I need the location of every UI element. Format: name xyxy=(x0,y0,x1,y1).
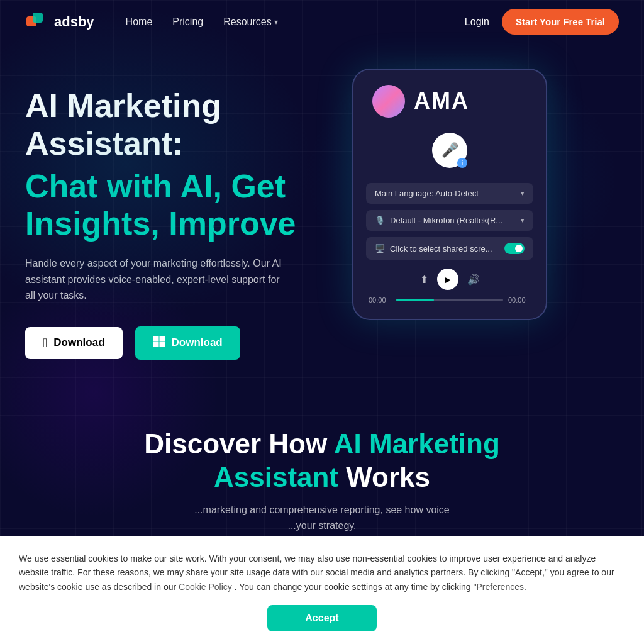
section-divider xyxy=(0,396,644,396)
screen-share-row[interactable]: 🖥️ Click to select shared scre... xyxy=(366,237,533,260)
progress-track[interactable] xyxy=(396,299,503,301)
language-dropdown[interactable]: Main Language: Auto-Detect ▾ xyxy=(366,183,533,204)
audio-controls: ⬆ ▶ 🔊 xyxy=(366,269,533,290)
nav-pricing[interactable]: Pricing xyxy=(172,16,203,28)
cookie-banner: We use essential cookies to make our sit… xyxy=(0,536,644,644)
svg-rect-1 xyxy=(33,13,43,23)
logo[interactable]: adsby xyxy=(25,10,94,34)
hero-description: Handle every aspect of your marketing ef… xyxy=(25,255,289,304)
hero-section: AI Marketing Assistant: Chat with AI, Ge… xyxy=(0,43,644,396)
download-mac-button[interactable]:  Download xyxy=(25,327,123,359)
logo-icon xyxy=(25,10,49,34)
cookie-accept-area: Accept xyxy=(19,605,625,631)
svg-rect-5 xyxy=(159,341,165,347)
ama-header: AMA xyxy=(366,85,533,118)
info-dot: i xyxy=(457,158,467,168)
volume-icon: 🔊 xyxy=(467,274,480,286)
trial-button[interactable]: Start Your Free Trial xyxy=(502,9,619,35)
time-start: 00:00 xyxy=(369,296,391,304)
login-button[interactable]: Login xyxy=(465,16,489,28)
ama-title: AMA xyxy=(414,88,469,114)
apple-icon:  xyxy=(43,336,47,350)
discover-title: Discover How AI Marketing Assistant Work… xyxy=(25,428,619,494)
mic-row-inner: 🎙️ Default - Mikrofon (Realtek(R... xyxy=(375,216,502,225)
brand-name: adsby xyxy=(54,14,94,30)
microphone-icon: 🎤 xyxy=(441,142,458,158)
upload-icon: ⬆ xyxy=(420,274,428,286)
screen-share-toggle[interactable] xyxy=(504,243,525,254)
mic-chevron-icon: ▾ xyxy=(521,216,525,225)
screen-row-inner: 🖥️ Click to select shared scre... xyxy=(375,244,492,253)
svg-rect-3 xyxy=(159,336,165,341)
ama-avatar xyxy=(372,85,405,118)
download-buttons:  Download Download xyxy=(25,326,352,360)
discover-description: ...marketing and comprehensive reporting… xyxy=(102,502,542,534)
nav-home[interactable]: Home xyxy=(126,16,153,28)
nav-resources[interactable]: Resources ▾ xyxy=(223,16,277,28)
progress-fill xyxy=(396,299,434,301)
preferences-link[interactable]: Preferences xyxy=(477,582,524,592)
windows-icon xyxy=(153,335,165,351)
time-end: 00:00 xyxy=(508,296,531,304)
hero-content: AI Marketing Assistant: Chat with AI, Ge… xyxy=(25,75,352,360)
svg-rect-2 xyxy=(153,336,159,341)
svg-rect-4 xyxy=(153,341,159,347)
accept-button[interactable]: Accept xyxy=(267,605,376,631)
mic-row-icon: 🎙️ xyxy=(375,216,385,225)
cookie-policy-link[interactable]: Cookie Policy xyxy=(179,582,232,592)
play-button[interactable]: ▶ xyxy=(437,269,458,290)
navbar: adsby Home Pricing Resources ▾ Login Sta… xyxy=(0,0,644,43)
cookie-text: We use essential cookies to make our sit… xyxy=(19,552,625,594)
screen-icon: 🖥️ xyxy=(375,244,385,253)
nav-links: Home Pricing Resources ▾ xyxy=(126,16,465,28)
hero-title-line1: AI Marketing Assistant: xyxy=(25,87,352,163)
chevron-down-icon: ▾ xyxy=(274,18,278,26)
mic-button[interactable]: 🎤 i xyxy=(432,133,467,168)
nav-resources-label: Resources xyxy=(223,16,271,28)
download-windows-button[interactable]: Download xyxy=(135,326,240,360)
mic-wrapper: 🎤 i xyxy=(366,133,533,172)
discover-title-works: Works xyxy=(346,462,430,492)
hero-title-colored: Chat with AI, Get Insights, Improve xyxy=(25,168,352,243)
nav-right: Login Start Your Free Trial xyxy=(465,9,619,35)
phone-mockup: AMA 🎤 i Main Language: Auto-Detect ▾ 🎙️ … xyxy=(352,69,547,320)
language-chevron-icon: ▾ xyxy=(521,189,525,197)
audio-progress-bar: 00:00 00:00 xyxy=(366,296,533,304)
microphone-dropdown[interactable]: 🎙️ Default - Mikrofon (Realtek(R... ▾ xyxy=(366,210,533,231)
